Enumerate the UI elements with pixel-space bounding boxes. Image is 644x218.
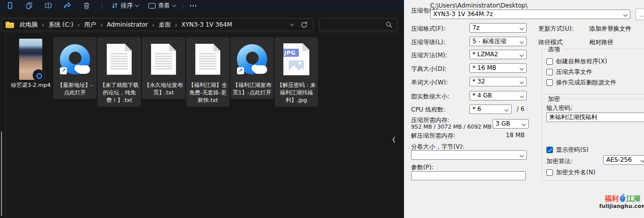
refresh-icon[interactable] — [300, 21, 308, 29]
sort-label: 排序 — [121, 2, 133, 10]
seven-zip-add-to-archive-dialog: 压缩包(A) C:\Users\Administrator\Desktop\ X… — [404, 0, 644, 218]
delete-icon[interactable] — [83, 2, 91, 10]
memory-usage-select[interactable]: 3 GB — [493, 119, 529, 129]
chevron-down-icon — [623, 13, 627, 17]
file-item[interactable]: 【来了就能下载的论坛，纯免费！】.txt — [98, 37, 141, 106]
file-name: 【最新地址】-点此打开 — [53, 81, 97, 99]
checkbox-box — [546, 58, 553, 65]
encryption-group-title: 加密 — [546, 95, 562, 103]
jpg-file-icon: JPG — [283, 43, 309, 75]
more-options-icon[interactable] — [189, 2, 197, 10]
screenshot-root: 排序 查看 此电脑›系统 (C:)›用户›Administrator›桌面›XY… — [0, 0, 644, 218]
file-name: 【解压密码：来福利江湖找福利】.jpg — [275, 81, 318, 106]
file-item[interactable]: 徐艺诺3-2.mp4 — [9, 37, 52, 91]
archive-name: XYN3-3 1V 364M.7z — [433, 11, 493, 18]
breadcrumb-separator-icon: › — [73, 21, 84, 29]
cpu-threads-select[interactable]: * 6 — [469, 104, 512, 114]
solid-block-size-select[interactable]: * 4 GB — [469, 91, 527, 100]
breadcrumb-item[interactable]: 用户 — [84, 21, 96, 29]
search-box[interactable] — [319, 18, 397, 31]
chevron-down-icon — [520, 80, 524, 84]
update-mode-label: 更新方式(U): — [538, 25, 574, 33]
file-item[interactable]: JPG 【解压密码：来福利江湖找福利】.jpg — [275, 37, 318, 106]
breadcrumb-item[interactable]: 此电脑 — [20, 21, 38, 29]
chevron-down-icon — [135, 3, 139, 7]
encrypt-filenames-checkbox[interactable]: 加密文件名(N) — [546, 168, 595, 177]
checkbox-box — [546, 79, 553, 86]
dictionary-size-label: 字典大小(D): — [411, 65, 447, 73]
toolbar-separator — [183, 3, 183, 9]
volume-size-combobox[interactable] — [411, 150, 527, 160]
encryption-algorithm-select[interactable]: AES-256 — [603, 155, 644, 165]
breadcrumb-item[interactable]: 桌面 — [158, 21, 171, 29]
file-item[interactable]: ↗ 【福利江湖发布页1】-点此打开 — [230, 37, 274, 99]
file-name: 【福利江湖】全免费-无套路-更新快.txt — [186, 81, 229, 106]
share-icon[interactable] — [63, 2, 71, 10]
chevron-down-icon — [172, 3, 176, 7]
rename-icon[interactable] — [44, 2, 52, 10]
compression-level-select[interactable]: 5 - 标准压缩 — [469, 37, 527, 46]
encryption-algorithm-label: 加密算法: — [546, 157, 573, 166]
word-size-label: 单词大小(W): — [411, 78, 448, 87]
path-mode-value[interactable]: 相对路径 — [589, 38, 613, 47]
scrollbar-thumb[interactable] — [1, 132, 2, 216]
view-icon — [148, 3, 155, 9]
cpu-threads-total: / 6 — [517, 105, 525, 113]
parameters-input[interactable] — [411, 171, 526, 180]
paste-icon[interactable] — [6, 2, 14, 10]
file-name: 【来了就能下载的论坛，纯免费！】.txt — [98, 81, 141, 106]
sort-button[interactable]: 排序 — [111, 2, 138, 10]
password-input[interactable] — [546, 113, 644, 122]
file-item[interactable]: 【福利江湖】全免费-无套路-更新快.txt — [186, 37, 229, 106]
copy-icon[interactable] — [25, 2, 33, 10]
breadcrumb-separator-icon: › — [148, 21, 158, 29]
archive-directory: C:\Users\Administrator\Desktop\ — [430, 2, 528, 9]
search-icon — [385, 21, 392, 28]
checkbox-box — [546, 147, 553, 153]
collapse-panel-icon[interactable]: ‹ — [392, 130, 395, 148]
breadcrumb-separator-icon: › — [38, 21, 48, 29]
address-row: 此电脑›系统 (C:)›用户›Administrator›桌面›XYN3-3 1… — [0, 17, 404, 33]
compression-method-select[interactable]: * LZMA2 — [469, 50, 527, 59]
toolbar-separator — [102, 3, 102, 9]
cpu-threads-label: CPU 线程数: — [411, 105, 445, 114]
explorer-window: 排序 查看 此电脑›系统 (C:)›用户›Administrator›桌面›XY… — [0, 0, 404, 218]
dictionary-size-select[interactable]: * 16 MB — [469, 63, 527, 73]
view-button[interactable]: 查看 — [148, 2, 176, 10]
chevron-down-icon — [505, 107, 509, 112]
file-name: 【福利江湖发布页1】-点此打开 — [230, 81, 274, 99]
chevron-down-icon — [520, 26, 524, 30]
chevron-down-icon — [520, 53, 524, 57]
breadcrumb-item[interactable]: Administrator — [107, 21, 148, 28]
archive-name-combobox[interactable]: XYN3-3 1V 364M.7z — [430, 10, 630, 19]
decompress-memory-label: 解压缩所需内存: — [411, 132, 455, 140]
compression-format-select[interactable]: 7z — [469, 23, 527, 33]
play-overlay-icon — [33, 69, 45, 81]
option-checkbox[interactable]: 创建自释放程序(X) — [546, 57, 607, 66]
update-mode-value[interactable]: 添加并替换文件 — [589, 25, 631, 33]
option-checkbox[interactable]: 操作完成后删除源文件 — [546, 78, 616, 87]
file-item[interactable]: ↗ 【最新地址】-点此打开 — [53, 37, 97, 99]
folder-icon — [6, 22, 15, 28]
word-size-select[interactable]: * 32 — [469, 77, 527, 86]
parameters-label: 参数(P): — [411, 163, 434, 172]
video-thumbnail — [19, 39, 42, 80]
shortcut-arrow-icon: ↗ — [237, 67, 244, 74]
breadcrumb-item[interactable]: 系统 (C:) — [48, 21, 73, 29]
checkbox-box — [546, 69, 553, 75]
address-bar[interactable]: 此电脑›系统 (C:)›用户›Administrator›桌面›XYN3-3 1… — [1, 18, 313, 31]
text-file-icon — [195, 44, 220, 75]
option-checkbox[interactable]: 压缩共享文件 — [546, 68, 592, 76]
checkbox-box — [546, 169, 553, 176]
show-password-checkbox[interactable]: 显示密码(S) — [546, 146, 589, 154]
sort-icon — [111, 2, 118, 9]
chevron-down-icon — [520, 40, 524, 44]
file-item[interactable]: 【永久地址发布页】.txt — [142, 37, 185, 99]
browse-button[interactable]: ... — [635, 9, 644, 20]
solid-block-size-label: 固实数据大小: — [411, 92, 449, 101]
shortcut-arrow-icon: ↗ — [60, 67, 67, 74]
fulijianghu-watermark: 福利 江湖 fulijianghu.com — [599, 193, 644, 209]
breadcrumb-item[interactable]: XYN3-3 1V 364M — [181, 21, 232, 28]
address-dropdown-icon[interactable] — [290, 22, 294, 26]
options-group: 选项 创建自释放程序(X) 压缩共享文件 操作完成后删除源文件 — [541, 49, 644, 94]
